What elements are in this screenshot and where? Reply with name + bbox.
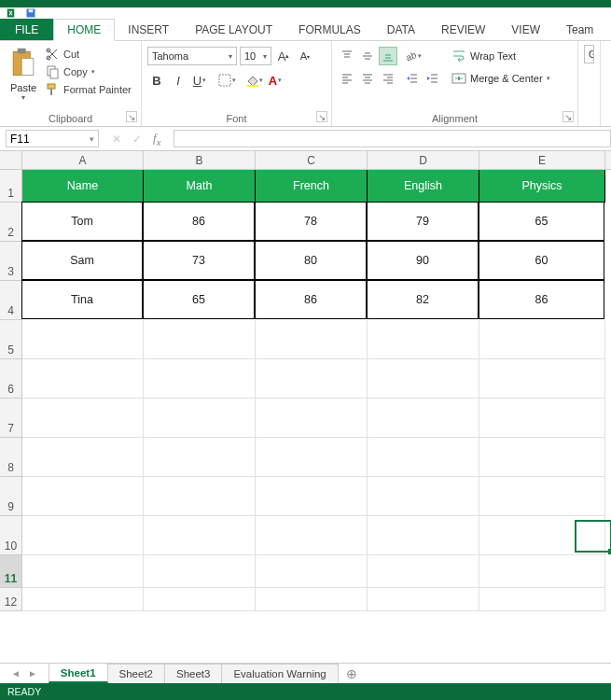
tab-team[interactable]: Team xyxy=(553,19,606,40)
cell-D5[interactable] xyxy=(368,320,479,359)
cell-B8[interactable] xyxy=(144,438,256,477)
cell-D10[interactable] xyxy=(368,516,479,555)
cell-B10[interactable] xyxy=(144,516,256,555)
font-size-dropdown[interactable]: 10▾ xyxy=(240,47,271,65)
enter-formula-button[interactable]: ✓ xyxy=(132,133,142,146)
row-header-7[interactable]: 7 xyxy=(0,399,21,438)
align-middle-button[interactable] xyxy=(358,47,377,65)
row-header-5[interactable]: 5 xyxy=(0,320,21,359)
cell-C2[interactable]: 78 xyxy=(255,202,367,241)
sheet-tab-3[interactable]: Sheet3 xyxy=(165,664,222,683)
cell-D1[interactable]: English xyxy=(368,170,479,203)
cell-D11[interactable] xyxy=(368,555,479,588)
sheet-nav-prev[interactable]: ◄ xyxy=(11,668,21,679)
row-header-4[interactable]: 4 xyxy=(0,281,21,320)
wrap-text-button[interactable]: Wrap Text xyxy=(448,47,554,65)
cell-C6[interactable] xyxy=(256,359,368,399)
cell-E6[interactable] xyxy=(479,359,605,399)
cell-A1[interactable]: Name xyxy=(22,170,144,203)
cell-E1[interactable]: Physics xyxy=(479,170,605,203)
cell-E11[interactable] xyxy=(479,555,605,588)
decrease-indent-button[interactable] xyxy=(403,69,422,88)
column-header-C[interactable]: C xyxy=(256,151,368,169)
italic-button[interactable]: I xyxy=(169,71,187,90)
underline-button[interactable]: U▾ xyxy=(190,71,209,90)
cell-C7[interactable] xyxy=(256,399,368,438)
cell-D4[interactable]: 82 xyxy=(367,280,479,319)
cell-D9[interactable] xyxy=(368,477,479,516)
chevron-down-icon[interactable]: ▾ xyxy=(90,134,94,144)
row-header-2[interactable]: 2 xyxy=(0,203,21,242)
cell-D2[interactable]: 79 xyxy=(367,202,479,241)
worksheet-grid[interactable]: ABCDE 123456789101112 NameMathFrenchEngl… xyxy=(0,151,611,700)
cell-A7[interactable] xyxy=(22,399,144,438)
row-header-10[interactable]: 10 xyxy=(0,516,21,555)
orientation-button[interactable]: ab▾ xyxy=(403,47,422,65)
font-dialog-launcher[interactable]: ↘ xyxy=(316,111,327,122)
formula-input[interactable] xyxy=(174,130,611,147)
cell-D12[interactable] xyxy=(368,588,479,611)
cell-A10[interactable] xyxy=(22,516,144,555)
cell-A3[interactable]: Sam xyxy=(21,241,143,280)
clipboard-dialog-launcher[interactable]: ↘ xyxy=(126,111,137,122)
cell-E4[interactable]: 86 xyxy=(479,280,604,319)
cell-C4[interactable]: 86 xyxy=(255,280,367,319)
copy-button[interactable]: Copy▾ xyxy=(45,64,132,79)
decrease-font-button[interactable]: A▾ xyxy=(296,47,314,65)
font-name-dropdown[interactable]: Tahoma▾ xyxy=(147,47,237,65)
format-painter-button[interactable]: Format Painter xyxy=(45,82,132,97)
name-box[interactable]: ▾ xyxy=(6,130,99,147)
cell-A5[interactable] xyxy=(22,320,144,359)
column-header-D[interactable]: D xyxy=(368,151,479,169)
tab-view[interactable]: VIEW xyxy=(498,19,553,40)
cell-D3[interactable]: 90 xyxy=(367,241,479,280)
cell-A11[interactable] xyxy=(22,555,144,588)
fx-icon[interactable]: fx xyxy=(153,131,160,147)
sheet-tab-warning[interactable]: Evaluation Warning xyxy=(222,664,338,683)
cell-A12[interactable] xyxy=(22,588,144,611)
cell-A4[interactable]: Tina xyxy=(21,280,143,319)
row-header-9[interactable]: 9 xyxy=(0,477,21,516)
sheet-nav-next[interactable]: ► xyxy=(28,668,37,679)
cell-D6[interactable] xyxy=(368,359,479,399)
font-color-button[interactable]: A▾ xyxy=(266,71,285,90)
cell-C3[interactable]: 80 xyxy=(255,241,367,280)
cell-B5[interactable] xyxy=(144,320,256,359)
cell-C8[interactable] xyxy=(256,438,368,477)
cell-C9[interactable] xyxy=(256,477,368,516)
cell-E2[interactable]: 65 xyxy=(479,202,604,241)
name-box-input[interactable] xyxy=(10,133,68,146)
cell-E3[interactable]: 60 xyxy=(479,241,604,280)
column-header-E[interactable]: E xyxy=(479,151,605,169)
paste-button[interactable]: Paste ▾ xyxy=(6,45,41,104)
cell-C5[interactable] xyxy=(256,320,368,359)
align-bottom-button[interactable] xyxy=(379,47,397,65)
cell-B11[interactable] xyxy=(144,555,256,588)
increase-font-button[interactable]: A▴ xyxy=(274,47,293,65)
column-header-A[interactable]: A xyxy=(22,151,144,169)
cell-B2[interactable]: 86 xyxy=(143,202,255,241)
number-format-dropdown[interactable]: Ge xyxy=(584,45,594,63)
fill-color-button[interactable]: ▾ xyxy=(244,71,263,90)
align-left-button[interactable] xyxy=(338,69,356,88)
row-header-1[interactable]: 1 xyxy=(0,170,21,203)
tab-insert[interactable]: INSERT xyxy=(115,19,182,40)
cell-E10[interactable] xyxy=(479,516,605,555)
cell-B7[interactable] xyxy=(144,399,256,438)
cell-B3[interactable]: 73 xyxy=(143,241,255,280)
cell-A9[interactable] xyxy=(22,477,144,516)
tab-formulas[interactable]: FORMULAS xyxy=(285,19,374,40)
save-icon[interactable] xyxy=(24,7,37,19)
cell-E9[interactable] xyxy=(479,477,605,516)
cell-C1[interactable]: French xyxy=(256,170,368,203)
cell-D8[interactable] xyxy=(368,438,479,477)
cell-B6[interactable] xyxy=(144,359,256,399)
cell-D7[interactable] xyxy=(368,399,479,438)
align-right-button[interactable] xyxy=(379,69,397,88)
cell-A8[interactable] xyxy=(22,438,144,477)
cell-B9[interactable] xyxy=(144,477,256,516)
cell-B1[interactable]: Math xyxy=(144,170,256,203)
merge-center-button[interactable]: Merge & Center ▾ xyxy=(448,69,554,88)
bold-button[interactable]: B xyxy=(147,71,166,90)
cell-C12[interactable] xyxy=(256,588,368,611)
